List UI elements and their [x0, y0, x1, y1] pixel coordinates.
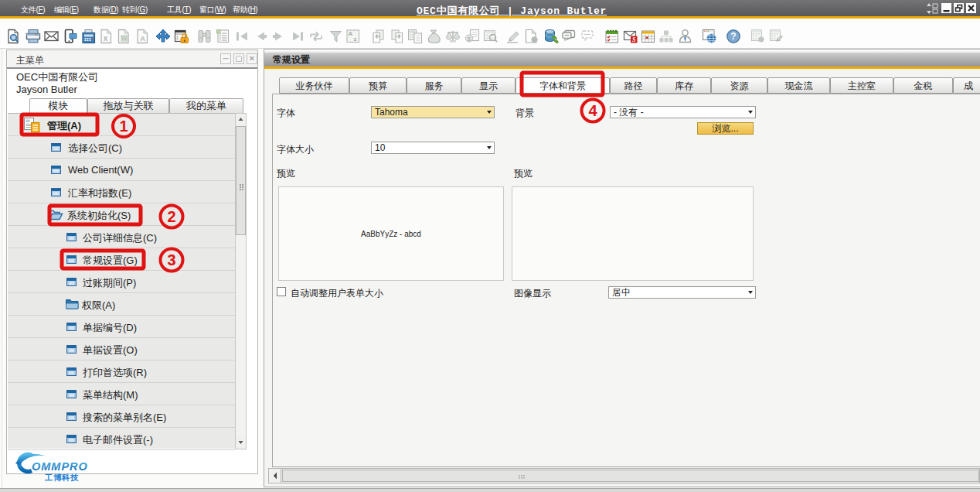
- svg-text:z: z: [354, 36, 357, 43]
- svg-text:?: ?: [730, 31, 736, 42]
- svg-text:OMMPRO: OMMPRO: [32, 460, 88, 473]
- svg-text:x: x: [104, 34, 108, 43]
- svg-text:A: A: [140, 35, 145, 43]
- svg-text:$: $: [468, 36, 471, 43]
- svg-text:W: W: [121, 36, 127, 41]
- svg-text:S: S: [632, 36, 636, 43]
- svg-text:A: A: [349, 30, 353, 37]
- svg-text:工博科技: 工博科技: [44, 473, 79, 482]
